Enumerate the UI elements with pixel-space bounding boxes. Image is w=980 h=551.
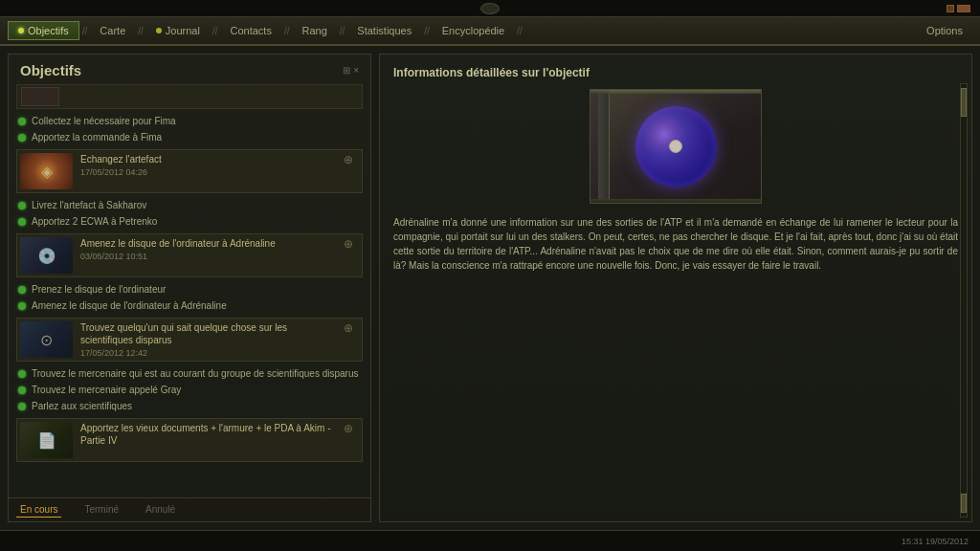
docs-icon: 📄: [37, 431, 56, 450]
quest-title-docs: Apportez les vieux documents + l'armure …: [80, 422, 336, 447]
obj-dot-1: [18, 118, 26, 125]
nav-item-journal[interactable]: Journal: [146, 22, 210, 39]
pin-icon-disk: ⊕: [344, 237, 359, 253]
tab-termine[interactable]: Terminé: [80, 502, 122, 518]
right-scrollbar[interactable]: [960, 83, 968, 518]
quest-entry-group[interactable]: ⊙ Trouvez quelqu'un qui sait quelque cho…: [16, 318, 363, 362]
cd-case-spine: [598, 90, 610, 203]
objectives-list[interactable]: Collectez le nécessaire pour Fima Apport…: [9, 111, 370, 497]
nav-item-objectifs[interactable]: Objectifs: [8, 21, 79, 40]
pin-icon-docs: ⊕: [344, 422, 359, 437]
objective-item-7[interactable]: Trouvez le mercenaire qui est au courant…: [16, 365, 363, 382]
scrollbar-thumb-top: [961, 88, 967, 117]
objective-item-8[interactable]: Trouvez le mercenaire appelé Gray: [16, 382, 363, 398]
description-text: Adrénaline m'a donné une information sur…: [393, 215, 958, 273]
cd-container: [393, 89, 958, 204]
obj-dot-2: [18, 134, 26, 142]
nav-label-journal: Journal: [166, 25, 200, 36]
quest-info-docs: Apportez les vieux documents + l'armure …: [80, 422, 336, 447]
objective-item-2[interactable]: Apportez la commande à Fima: [16, 129, 363, 145]
nav-label-carte: Carte: [100, 25, 125, 36]
quest-title-artifact: Echangez l'artefact: [80, 153, 336, 165]
nav-item-options[interactable]: Options: [917, 22, 972, 39]
nav-sep-4: //: [284, 26, 290, 36]
obj-text-7: Trouvez le mercenaire qui est au courant…: [32, 368, 359, 379]
indicator-dot-1: [947, 5, 954, 12]
header-thumb: [21, 87, 59, 106]
nav-label-statistiques: Statistiques: [357, 25, 412, 36]
nav-dot-objectifs: [18, 28, 24, 33]
obj-dot-6: [18, 302, 26, 310]
nav-label-objectifs: Objectifs: [28, 25, 69, 36]
main-content: Objectifs ⊞ × Collectez le nécessaire po…: [0, 46, 980, 530]
top-bar-center: [480, 3, 500, 14]
obj-text-8: Trouvez le mercenaire appelé Gray: [32, 385, 181, 395]
tab-en-cours[interactable]: En cours: [16, 502, 61, 518]
objective-item-4[interactable]: Apportez 2 ECWA à Petrenko: [16, 213, 363, 230]
quest-info-disk: Amenez le disque de l'ordinateur à Adrén…: [80, 237, 336, 261]
obj-text-3: Livrez l'artefact à Sakharov: [32, 200, 146, 210]
obj-dot-9: [18, 403, 26, 410]
obj-text-2: Apportez la commande à Fima: [32, 132, 162, 143]
cd-image: [590, 89, 762, 204]
group-icon: ⊙: [40, 331, 53, 349]
panel-icons: ⊞ ×: [343, 65, 359, 76]
status-time: 15:31 19/05/2012: [902, 537, 969, 546]
nav-sep-6: //: [424, 26, 430, 36]
nav-label-options: Options: [926, 25, 963, 36]
artifact-icon: ◈: [41, 163, 53, 181]
nav-label-rang: Rang: [301, 25, 326, 36]
nav-sep-1: //: [82, 26, 88, 36]
quest-info-group: Trouvez quelqu'un qui sait quelque chose…: [80, 321, 336, 358]
header-image-bar: [16, 84, 363, 109]
navigation-bar: Objectifs // Carte // Journal // Contact…: [0, 17, 980, 46]
objective-item-6[interactable]: Amenez le disque de l'ordinateur à Adrén…: [16, 298, 363, 314]
quest-thumb-group: ⊙: [20, 321, 73, 358]
objective-item-3[interactable]: Livrez l'artefact à Sakharov: [16, 197, 363, 213]
quest-date-artifact: 17/05/2012 04:26: [80, 167, 336, 177]
objective-item-1[interactable]: Collectez le nécessaire pour Fima: [16, 113, 363, 129]
quest-entry-disk[interactable]: 💿 Amenez le disque de l'ordinateur à Adr…: [16, 233, 363, 277]
obj-dot-7: [18, 370, 26, 378]
nav-dot-journal: [156, 28, 162, 33]
left-panel-header: Objectifs ⊞ ×: [9, 55, 370, 82]
nav-label-contacts: Contacts: [230, 25, 271, 36]
scrollbar-thumb-bottom: [961, 494, 967, 513]
quest-thumb-docs: 📄: [20, 422, 73, 458]
objective-item-9[interactable]: Parlez aux scientifiques: [16, 398, 363, 414]
quest-entry-artifact[interactable]: ◈ Echangez l'artefact 17/05/2012 04:26 ⊕: [16, 149, 363, 193]
left-panel-title: Objectifs: [20, 62, 81, 78]
left-panel-tabs: En cours Terminé Annulé: [9, 497, 370, 521]
indicator-bar: [957, 5, 970, 12]
right-panel-scroll[interactable]: Adrénaline m'a donné une information sur…: [393, 89, 958, 510]
pin-icon-artifact: ⊕: [344, 153, 359, 168]
quest-info-artifact: Echangez l'artefact 17/05/2012 04:26: [80, 153, 336, 177]
quest-title-group: Trouvez quelqu'un qui sait quelque chose…: [80, 321, 336, 346]
quest-entry-docs[interactable]: 📄 Apportez les vieux documents + l'armur…: [16, 418, 363, 462]
tab-annule[interactable]: Annulé: [142, 502, 179, 518]
quest-date-group: 17/05/2012 12:42: [80, 348, 336, 358]
top-bar: [0, 0, 980, 17]
nav-item-carte[interactable]: Carte: [90, 22, 135, 39]
right-panel-title: Informations détaillées sur l'objectif: [393, 66, 958, 79]
nav-sep-2: //: [138, 26, 144, 36]
quest-title-disk: Amenez le disque de l'ordinateur à Adrén…: [80, 237, 336, 250]
obj-text-6: Amenez le disque de l'ordinateur à Adrén…: [32, 300, 227, 311]
nav-item-rang[interactable]: Rang: [292, 22, 336, 39]
nav-item-contacts[interactable]: Contacts: [220, 22, 280, 39]
quest-thumb-artifact: ◈: [20, 153, 73, 189]
nav-sep-5: //: [340, 26, 345, 36]
cd-case: [590, 90, 761, 203]
left-panel: Objectifs ⊞ × Collectez le nécessaire po…: [8, 54, 371, 522]
obj-dot-3: [18, 202, 26, 209]
resize-icon[interactable]: ⊞ ×: [343, 65, 359, 76]
nav-item-statistiques[interactable]: Statistiques: [347, 22, 421, 39]
obj-text-4: Apportez 2 ECWA à Petrenko: [32, 216, 157, 227]
nav-sep-3: //: [212, 26, 218, 36]
obj-text-9: Parlez aux scientifiques: [32, 401, 132, 411]
quest-thumb-disk: 💿: [20, 237, 73, 274]
right-panel: Informations détaillées sur l'objectif A…: [379, 54, 972, 522]
nav-item-encyclopedie[interactable]: Encyclopédie: [433, 22, 514, 39]
objective-item-5[interactable]: Prenez le disque de l'ordinateur: [16, 281, 363, 298]
pin-icon-group: ⊕: [344, 321, 359, 337]
